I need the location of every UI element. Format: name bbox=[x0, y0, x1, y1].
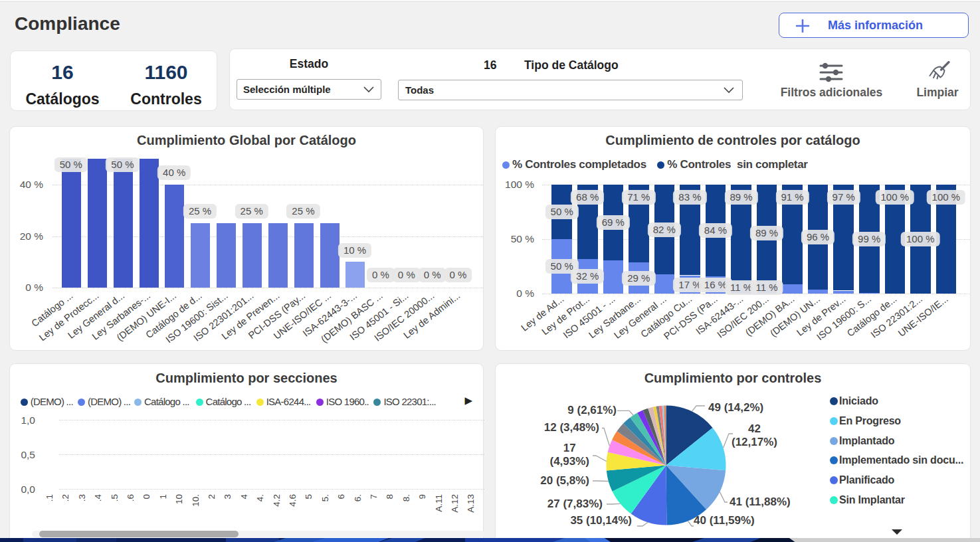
svg-text:7: 7 bbox=[369, 494, 379, 499]
svg-text:8: 8 bbox=[385, 494, 395, 499]
svg-text:6.: 6. bbox=[353, 494, 363, 501]
svg-text:0: 0 bbox=[142, 494, 151, 499]
svg-text:3: 3 bbox=[223, 494, 233, 499]
svg-text:4.2: 4.2 bbox=[272, 494, 282, 507]
svg-text:10: 10 bbox=[174, 494, 184, 504]
svg-text:.3: .3 bbox=[77, 494, 87, 501]
svg-text:2: 2 bbox=[207, 494, 217, 499]
svg-text:.4: .4 bbox=[93, 494, 103, 502]
svg-text:.6: .6 bbox=[126, 494, 136, 501]
svg-text:5: 5 bbox=[304, 494, 314, 499]
svg-text:4: 4 bbox=[239, 494, 249, 499]
svg-text:A.13: A.13 bbox=[466, 494, 476, 513]
svg-text:10.: 10. bbox=[191, 494, 201, 507]
svg-text:1: 1 bbox=[158, 494, 168, 499]
svg-text:.1: .1 bbox=[45, 494, 54, 501]
svg-text:5.: 5. bbox=[320, 494, 330, 501]
svg-text:4.: 4. bbox=[255, 494, 265, 501]
svg-text:9: 9 bbox=[417, 494, 427, 499]
svg-text:6: 6 bbox=[336, 494, 346, 499]
svg-text:8.: 8. bbox=[401, 494, 411, 501]
svg-text:A.12: A.12 bbox=[450, 494, 460, 513]
svg-text:4.6: 4.6 bbox=[288, 494, 298, 507]
svg-text:A.11: A.11 bbox=[434, 494, 444, 512]
svg-text:.2: .2 bbox=[60, 494, 70, 501]
svg-text:.5: .5 bbox=[110, 494, 120, 501]
